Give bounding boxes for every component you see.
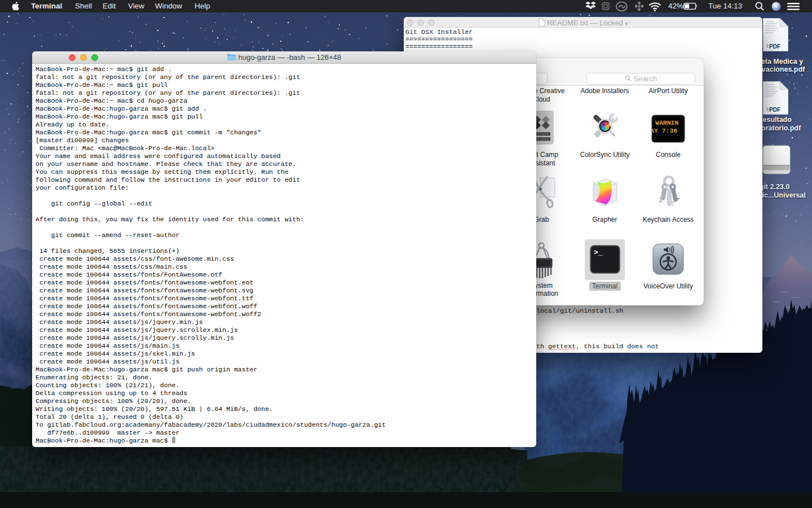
- svg-text:>_: >_: [594, 248, 603, 257]
- svg-text:PDF: PDF: [769, 43, 780, 50]
- svg-text:WARNIN: WARNIN: [655, 119, 679, 126]
- svg-text:PDF: PDF: [769, 107, 780, 113]
- svg-text:AY 7:36: AY 7:36: [651, 127, 677, 134]
